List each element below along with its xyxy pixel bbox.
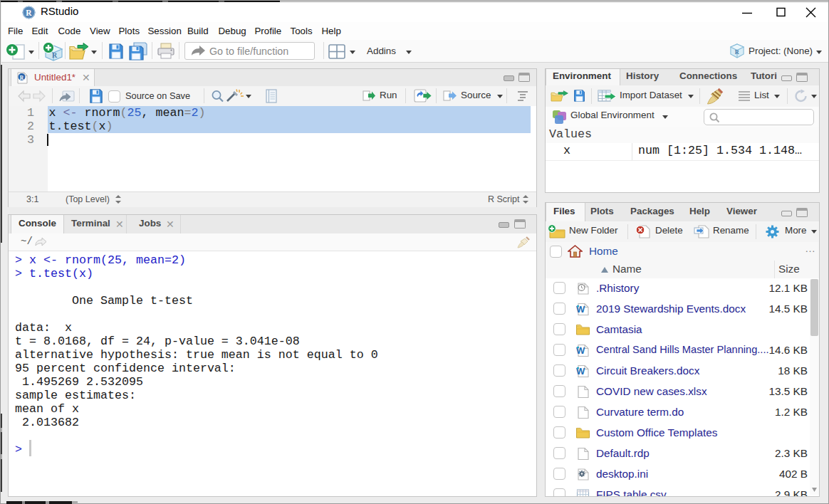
svg-text:R: R: [735, 50, 739, 56]
svg-text:R: R: [20, 75, 24, 81]
svg-text:R: R: [26, 9, 32, 17]
svg-text:R: R: [52, 51, 58, 59]
